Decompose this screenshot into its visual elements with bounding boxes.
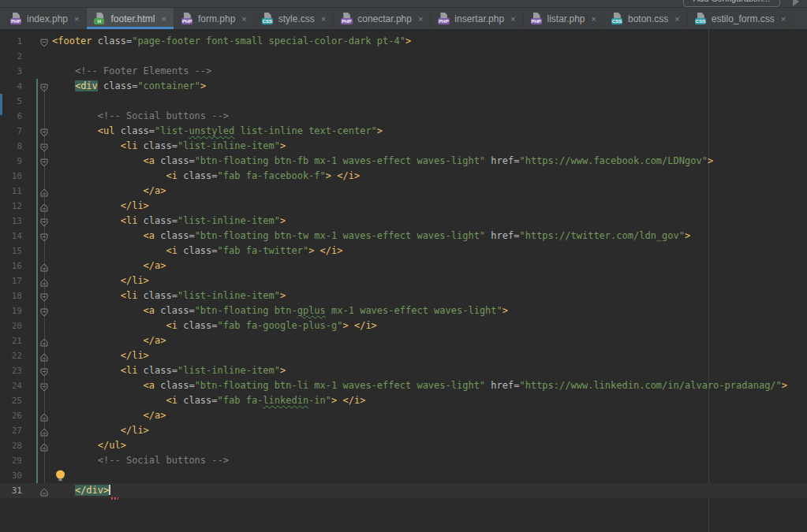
code-line[interactable]: 31 </div> (0, 483, 807, 498)
line-number: 5 (0, 94, 22, 109)
error-squiggle (111, 497, 118, 500)
code-line[interactable]: 14 <a class="btn-floating btn-tw mx-1 wa… (0, 229, 807, 244)
fold-collapse-icon[interactable] (40, 37, 48, 46)
code-line[interactable]: 26 </a> (0, 408, 807, 423)
code-line[interactable]: 28 </ul> (0, 438, 807, 453)
tab-estilo_form.css[interactable]: CSSestilo_form.css× (688, 8, 794, 29)
line-number: 13 (0, 214, 22, 229)
fold-collapse-icon[interactable] (40, 232, 48, 240)
fold-collapse-icon[interactable] (40, 292, 48, 300)
line-number: 7 (0, 124, 22, 139)
code-line[interactable]: 18 <li class="list-inline-item"> (0, 288, 807, 303)
line-number: 14 (0, 229, 22, 244)
php-file-icon: PHP (438, 13, 450, 24)
code-text: <li class="list-inline-item"> (52, 139, 286, 154)
tab-index.php[interactable]: PHPindex.php× (3, 8, 87, 29)
line-number: 8 (0, 139, 22, 154)
line-number: 9 (0, 154, 22, 169)
code-line[interactable]: 4 <div class="container"> (0, 79, 807, 94)
tab-close-icon[interactable]: × (321, 14, 326, 24)
fold-end-icon[interactable] (40, 187, 48, 195)
code-text: <!-- Social buttons --> (52, 109, 229, 124)
tab-boton.css[interactable]: CSSboton.css× (604, 8, 688, 29)
code-line[interactable]: 3 <!-- Footer Elements --> (0, 64, 807, 79)
code-line[interactable]: 1<footer class="page-footer font-small s… (0, 34, 807, 49)
line-number: 16 (0, 259, 22, 273)
css-file-icon: CSS (611, 13, 623, 24)
code-line[interactable]: 7 <ul class="list-unstyled list-inline t… (0, 124, 807, 139)
editor[interactable]: 1<footer class="page-footer font-small s… (0, 29, 807, 532)
tab-close-icon[interactable]: × (510, 14, 515, 24)
tab-close-icon[interactable]: × (162, 14, 166, 24)
fold-end-icon[interactable] (40, 352, 48, 360)
tab-close-icon[interactable]: × (674, 14, 679, 24)
code-line[interactable]: 20 <i class="fab fa-google-plus-g"> </i> (0, 318, 807, 333)
line-number: 28 (0, 438, 22, 453)
fold-end-icon[interactable] (40, 486, 48, 495)
fold-end-icon[interactable] (40, 262, 48, 270)
fold-end-icon[interactable] (40, 411, 48, 420)
code-text: </ul> (52, 438, 126, 453)
code-text: <a class="btn-floating btn-fb mx-1 waves… (52, 154, 713, 169)
fold-collapse-icon[interactable] (40, 381, 48, 390)
tab-close-icon[interactable]: × (592, 14, 596, 24)
fold-end-icon[interactable] (40, 337, 48, 345)
code-line[interactable]: 27 </li> (0, 423, 807, 438)
run-chevron-icon[interactable] (793, 0, 799, 6)
code-line[interactable]: 5 (0, 94, 807, 109)
code-text: </a> (52, 333, 166, 348)
add-configuration-button[interactable]: Add Configuration... (683, 0, 780, 7)
code-line[interactable]: 15 <i class="fab fa-twitter"> </i> (0, 244, 807, 259)
code-text: </a> (52, 184, 166, 199)
code-line[interactable]: 17 </li> (0, 273, 807, 288)
code-line[interactable]: 24 <a class="btn-floating btn-li mx-1 wa… (0, 378, 807, 393)
code-line[interactable]: 6 <!-- Social buttons --> (0, 109, 807, 124)
tab-close-icon[interactable]: × (74, 14, 79, 24)
code-line[interactable]: 21 </a> (0, 333, 807, 348)
code-line[interactable]: 19 <a class="btn-floating btn-gplus mx-1… (0, 303, 807, 318)
intention-bulb-icon[interactable] (55, 470, 65, 482)
code-text: <i class="fab fa-facebook-f"> </i> (52, 169, 360, 184)
fold-end-icon[interactable] (40, 202, 48, 210)
tab-style.css[interactable]: CSSstyle.css× (255, 8, 334, 29)
fold-collapse-icon[interactable] (40, 142, 48, 151)
tab-conectar.php[interactable]: PHPconectar.php× (334, 8, 431, 29)
code-text: <div class="container"> (52, 79, 206, 94)
code-line[interactable]: 9 <a class="btn-floating btn-fb mx-1 wav… (0, 154, 807, 169)
code-text: <footer class="page-footer font-small sp… (52, 34, 411, 49)
tab-close-icon[interactable]: × (418, 14, 423, 24)
fold-collapse-icon[interactable] (40, 157, 48, 166)
fold-end-icon[interactable] (40, 277, 48, 285)
code-line[interactable]: 30 (0, 468, 807, 483)
fold-collapse-icon[interactable] (40, 127, 48, 136)
tab-listar.php[interactable]: PHPlistar.php× (524, 8, 604, 29)
code-line[interactable]: 8 <li class="list-inline-item"> (0, 139, 807, 154)
fold-collapse-icon[interactable] (40, 307, 48, 315)
code-line[interactable]: 2 (0, 49, 807, 64)
tab-close-icon[interactable]: × (241, 14, 246, 24)
fold-collapse-icon[interactable] (40, 366, 48, 375)
fold-collapse-icon[interactable] (40, 82, 48, 91)
fold-end-icon[interactable] (40, 426, 48, 435)
tab-footer.html[interactable]: Hfooter.html× (87, 8, 174, 29)
line-number: 20 (0, 318, 22, 333)
tab-close-icon[interactable]: × (781, 14, 786, 24)
code-line[interactable]: 22 </li> (0, 348, 807, 363)
code-line[interactable]: 12 </li> (0, 199, 807, 214)
line-number: 11 (0, 184, 22, 199)
code-line[interactable]: 29 <!-- Social buttons --> (0, 453, 807, 468)
code-line[interactable]: 16 </a> (0, 259, 807, 273)
tab-form.php[interactable]: PHPform.php× (174, 8, 255, 29)
code-text: </a> (52, 259, 166, 273)
code-line[interactable]: 13 <li class="list-inline-item"> (0, 214, 807, 229)
fold-end-icon[interactable] (40, 441, 48, 450)
tab-insertar.php[interactable]: PHPinsertar.php× (431, 8, 523, 29)
fold-collapse-icon[interactable] (40, 217, 48, 225)
line-number: 12 (0, 199, 22, 214)
line-number: 17 (0, 273, 22, 288)
code-line[interactable]: 23 <li class="list-inline-item"> (0, 363, 807, 378)
code-line[interactable]: 10 <i class="fab fa-facebook-f"> </i> (0, 169, 807, 184)
code-line[interactable]: 25 <i class="fab fa-linkedin-in"> </i> (0, 393, 807, 408)
code-line[interactable]: 11 </a> (0, 184, 807, 199)
tab-label: estilo_form.css (712, 13, 775, 24)
